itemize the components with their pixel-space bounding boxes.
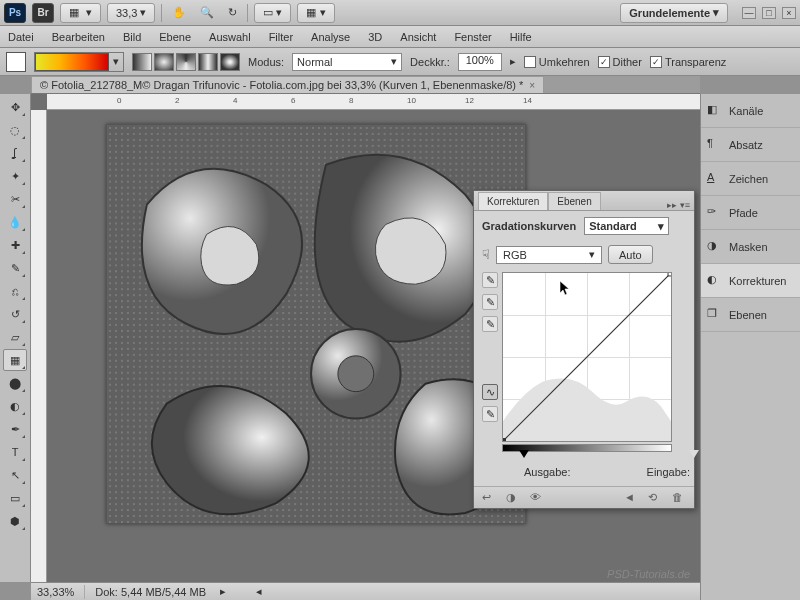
transparency-checkbox[interactable]: ✓ <box>650 56 662 68</box>
diamond-gradient-button[interactable] <box>220 53 240 71</box>
dock-pfade[interactable]: ✑Pfade <box>701 196 800 230</box>
linear-gradient-button[interactable] <box>132 53 152 71</box>
pen-tool[interactable]: ✒ <box>3 418 27 440</box>
lasso-tool[interactable]: ʆ <box>3 142 27 164</box>
close-button[interactable]: × <box>782 7 796 19</box>
eyedropper-tool[interactable]: 💧 <box>3 211 27 233</box>
dither-checkbox[interactable]: ✓ <box>598 56 610 68</box>
clip-icon[interactable]: ◑ <box>506 491 520 505</box>
preset-select[interactable]: Standard▾ <box>584 217 669 235</box>
dodge-tool[interactable]: ◐ <box>3 395 27 417</box>
dock-kanaele[interactable]: ◧Kanäle <box>701 94 800 128</box>
white-eyedropper-icon[interactable]: ✎ <box>482 316 498 332</box>
dock-korrekturen[interactable]: ◐Korrekturen <box>701 264 800 298</box>
move-tool[interactable]: ✥ <box>3 96 27 118</box>
dock-ebenen[interactable]: ❐Ebenen <box>701 298 800 332</box>
zoom-status[interactable]: 33,33% <box>37 586 74 598</box>
ruler-horizontal: 0 2 4 6 8 10 12 14 <box>47 94 800 110</box>
shape-tool[interactable]: ▭ <box>3 487 27 509</box>
menu-ansicht[interactable]: Ansicht <box>400 31 436 43</box>
stamp-tool[interactable]: ⎌ <box>3 280 27 302</box>
crop-tool[interactable]: ✂ <box>3 188 27 210</box>
path-select-tool[interactable]: ↖ <box>3 464 27 486</box>
dock-zeichen[interactable]: AZeichen <box>701 162 800 196</box>
pencil-mode-icon[interactable]: ✎ <box>482 406 498 422</box>
menu-bearbeiten[interactable]: Bearbeiten <box>52 31 105 43</box>
healing-brush-tool[interactable]: ✚ <box>3 234 27 256</box>
black-eyedropper-icon[interactable]: ✎ <box>482 272 498 288</box>
prev-state-icon[interactable]: ◄ <box>624 491 638 505</box>
blend-mode-select[interactable]: Normal▾ <box>292 53 402 71</box>
quick-select-tool[interactable]: ✦ <box>3 165 27 187</box>
dock-absatz[interactable]: ¶Absatz <box>701 128 800 162</box>
black-point-slider[interactable] <box>519 450 529 458</box>
history-brush-tool[interactable]: ↺ <box>3 303 27 325</box>
3d-tool[interactable]: ⬢ <box>3 510 27 532</box>
menu-datei[interactable]: Datei <box>8 31 34 43</box>
document-tab[interactable]: © Fotolia_212788_M© Dragan Trifunovic - … <box>31 76 544 93</box>
bridge-logo[interactable]: Br <box>32 3 54 23</box>
auto-button[interactable]: Auto <box>608 245 653 264</box>
marquee-tool[interactable]: ◌ <box>3 119 27 141</box>
gray-eyedropper-icon[interactable]: ✎ <box>482 294 498 310</box>
workspace-switcher[interactable]: Grundelemente ▾ <box>620 3 728 23</box>
reflected-gradient-button[interactable] <box>198 53 218 71</box>
paragraph-icon: ¶ <box>707 137 723 153</box>
hand-tool-shortcut[interactable]: ✋ <box>168 3 190 23</box>
curve-mode-icon[interactable]: ∿ <box>482 384 498 400</box>
white-point-slider[interactable] <box>689 450 699 458</box>
eraser-tool[interactable]: ▱ <box>3 326 27 348</box>
tab-ebenen[interactable]: Ebenen <box>548 192 600 210</box>
visibility-icon[interactable]: 👁 <box>530 491 544 505</box>
screen-mode-button[interactable]: ▭ ▾ <box>254 3 291 23</box>
reset-icon[interactable]: ⟲ <box>648 491 662 505</box>
opacity-input[interactable]: 100% <box>458 53 502 71</box>
gradient-preview[interactable] <box>35 53 109 71</box>
minimize-button[interactable]: — <box>742 7 756 19</box>
type-tool[interactable]: T <box>3 441 27 463</box>
menu-analyse[interactable]: Analyse <box>311 31 350 43</box>
maximize-button[interactable]: □ <box>762 7 776 19</box>
toolbox: ✥ ◌ ʆ ✦ ✂ 💧 ✚ ✎ ⎌ ↺ ▱ ▦ ⬤ ◐ ✒ T ↖ ▭ ⬢ <box>0 94 31 582</box>
menu-ebene[interactable]: Ebene <box>159 31 191 43</box>
zoom-level-dropdown[interactable]: 33,3 ▾ <box>107 3 155 23</box>
rotate-view-shortcut[interactable]: ↻ <box>224 3 241 23</box>
document-canvas[interactable] <box>106 124 526 524</box>
doc-size-status[interactable]: Dok: 5,44 MB/5,44 MB <box>95 586 206 598</box>
brush-tool[interactable]: ✎ <box>3 257 27 279</box>
menu-3d[interactable]: 3D <box>368 31 382 43</box>
channel-select[interactable]: RGB▾ <box>496 246 602 264</box>
dock-masken[interactable]: ◑Masken <box>701 230 800 264</box>
menu-hilfe[interactable]: Hilfe <box>510 31 532 43</box>
app-titlebar: Ps Br ▦▾ 33,3 ▾ ✋ 🔍 ↻ ▭ ▾ ▦ ▾ Grundeleme… <box>0 0 800 26</box>
right-dock: ◧Kanäle ¶Absatz AZeichen ✑Pfade ◑Masken … <box>700 94 800 600</box>
zoom-tool-shortcut[interactable]: 🔍 <box>196 3 218 23</box>
finger-tool-icon[interactable]: ☟ <box>482 247 490 262</box>
tool-preset-button[interactable] <box>6 52 26 72</box>
menu-auswahl[interactable]: Auswahl <box>209 31 251 43</box>
blur-tool[interactable]: ⬤ <box>3 372 27 394</box>
tab-close-icon[interactable]: × <box>529 80 535 91</box>
menu-bild[interactable]: Bild <box>123 31 141 43</box>
ausgabe-label: Ausgabe: <box>524 466 570 478</box>
delete-icon[interactable]: 🗑 <box>672 491 686 505</box>
paths-icon: ✑ <box>707 205 723 221</box>
layers-icon: ❐ <box>707 307 723 323</box>
return-icon[interactable]: ↩ <box>482 491 496 505</box>
curves-panel[interactable]: Korrekturen Ebenen ▸▸ ▾≡ Gradationskurve… <box>473 190 695 509</box>
gradient-tool[interactable]: ▦ <box>3 349 27 371</box>
radial-gradient-button[interactable] <box>154 53 174 71</box>
character-icon: A <box>707 171 723 187</box>
panel-expand-icon[interactable]: ▸▸ ▾≡ <box>667 200 690 210</box>
watermark: PSD-Tutorials.de <box>607 568 690 580</box>
adjustments-icon: ◐ <box>707 273 723 289</box>
layout-arrange-button[interactable]: ▦▾ <box>60 3 101 23</box>
angle-gradient-button[interactable] <box>176 53 196 71</box>
reverse-checkbox[interactable] <box>524 56 536 68</box>
curves-grid[interactable] <box>502 272 672 442</box>
menu-filter[interactable]: Filter <box>269 31 293 43</box>
curves-title: Gradationskurven <box>482 220 576 232</box>
menu-fenster[interactable]: Fenster <box>454 31 491 43</box>
extras-button[interactable]: ▦ ▾ <box>297 3 334 23</box>
tab-korrekturen[interactable]: Korrekturen <box>478 192 548 210</box>
